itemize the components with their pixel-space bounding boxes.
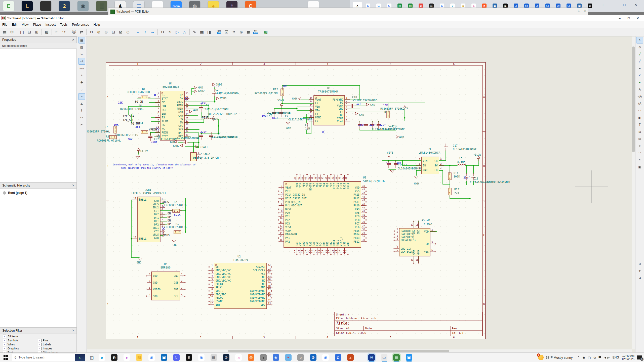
righttool-no-connect[interactable]: ✕ [636, 72, 643, 79]
hierarchy-panel-header[interactable]: Schematic Hierarchy ✕ [0, 182, 77, 189]
toolbar-mirror-v[interactable]: ▷ [174, 29, 181, 35]
righttool-circle-tool[interactable]: ○ [636, 143, 643, 149]
taskbar-app-itunes[interactable]: ♫ [235, 354, 242, 361]
menu-inspect[interactable]: Inspect [43, 22, 58, 27]
toolbar-redo[interactable]: ↷ [61, 29, 67, 35]
taskbar-app-gimp[interactable]: ● [260, 354, 267, 361]
toolbar-simulator[interactable]: ≈ [230, 29, 237, 35]
lefttool-cursor-default[interactable]: + [78, 72, 85, 79]
menu-view[interactable]: View [20, 22, 31, 27]
selection-filter-header[interactable]: Selection Filter ✕ [0, 327, 77, 334]
toolbar-rotate-ccw[interactable]: ↺ [159, 29, 166, 35]
righttool-textbox-tool[interactable]: ⊞ [636, 128, 643, 135]
toolbar-zoom-fit[interactable]: ⊡ [110, 29, 117, 35]
lefttool-grid-overrides[interactable]: ▨ [78, 44, 85, 51]
vertical-scrollbar[interactable] [632, 36, 635, 349]
toolbar-save[interactable]: ▤ [1, 29, 8, 35]
taskbar-app-c-app[interactable]: C [335, 354, 341, 361]
app-globe[interactable]: ◉ [77, 1, 89, 11]
righttool-origin-tool[interactable]: ◄ [636, 275, 643, 281]
toolbar-edit-page[interactable]: ◫ [19, 29, 25, 35]
maximize-button[interactable]: □ [624, 15, 633, 21]
pcb-window-control-2[interactable]: ✕ [584, 9, 586, 13]
window-titlebar[interactable]: *hcbboard [hcbboard] — Schematic Editor [0, 15, 644, 22]
lefttool-cursor-fullscreen[interactable]: ✚ [78, 79, 85, 86]
toolbar-nav-back[interactable]: ← [135, 29, 141, 35]
filter-checkbox-labels[interactable]: ✓Labels [38, 343, 73, 346]
pcb-window-control-0[interactable]: – [573, 9, 575, 13]
menu-edit[interactable]: Edit [10, 22, 20, 27]
pcb-editor-window-titlebar[interactable]: *hcbboard — PCB Editor –□✕ [108, 8, 588, 15]
toolbar-erc[interactable]: ☑ [223, 29, 230, 35]
righttool-arc-tool[interactable]: ◠ [636, 150, 643, 156]
taskbar-app-diamond[interactable]: ◈ [273, 354, 279, 361]
menu-file[interactable]: File [0, 22, 10, 27]
app-league[interactable]: L [22, 1, 33, 11]
taskbar-app-matlab[interactable]: ▲ [347, 354, 354, 361]
taskbar-app-chrome-3[interactable]: ◉ [322, 354, 329, 361]
toolbar-refresh[interactable]: ↻ [88, 29, 95, 35]
toolbar-paste[interactable]: ▩ [43, 29, 50, 35]
toolbar-open-pcb-editor[interactable]: ▩ [262, 29, 269, 35]
righttool-net-label[interactable]: A [636, 86, 643, 93]
taskbar-app-photos[interactable]: ▣ [406, 354, 412, 361]
taskbar-app-edge[interactable]: e [99, 354, 105, 361]
weather-widget[interactable]: 358°F Mostly sunny [538, 355, 573, 360]
taskbar-app-mouse[interactable]: ○ [297, 354, 304, 361]
taskbar-app-blender[interactable]: ◍ [248, 354, 254, 361]
browser-window-control-1[interactable]: □ [620, 2, 629, 8]
menu-tools[interactable]: Tools [58, 22, 70, 27]
toolbar-export-bom[interactable]: R??.bom [252, 29, 259, 35]
filter-checkbox-all-items[interactable]: ✓All items [3, 335, 38, 338]
lefttool-drag-mode[interactable]: ✂ [78, 121, 85, 128]
filter-checkbox-images[interactable]: ✓Images [38, 347, 73, 350]
schematic-drawing[interactable]: 112233445566AABBCCDDSheet: /File: hcbboa… [87, 36, 635, 352]
toolbar-print[interactable]: ⊟ [26, 29, 33, 35]
app-two[interactable]: 2 [59, 1, 70, 11]
taskbar-app-webclip[interactable]: ✂ [285, 354, 292, 361]
taskbar-app-kicad[interactable]: Ki [368, 354, 375, 361]
minimize-button[interactable]: – [615, 15, 624, 21]
toolbar-symbol-fields-table[interactable]: ▦ [245, 29, 252, 35]
toolbar-zoom-out[interactable]: ⊖ [103, 29, 109, 35]
hierarchy-item-root[interactable]: Root (page 1) [0, 189, 76, 195]
tray-network-icon[interactable]: ▀ [599, 356, 601, 359]
righttool-delete-tool[interactable]: ⊘ [636, 261, 643, 267]
taskbar-app-recorder[interactable]: ▦ [211, 354, 217, 361]
lefttool-unit-mil[interactable]: mil [78, 58, 85, 65]
selection-filter-close-icon[interactable]: ✕ [72, 329, 74, 332]
toolbar-symbol-library[interactable]: ▦ [198, 29, 205, 35]
toolbar-assign-footprints[interactable]: ⊚ [238, 29, 245, 35]
taskbar-app-chrome-1[interactable]: ◉ [148, 354, 155, 361]
tray-record-icon[interactable]: ◉ [582, 356, 585, 359]
start-button[interactable] [3, 354, 9, 361]
toolbar-schematic-setup[interactable]: ⚙ [9, 29, 15, 35]
lefttool-wire-mode-45[interactable]: ∠ [78, 100, 85, 107]
righttool-sheet-pin[interactable]: ◧ [636, 114, 643, 121]
righttool-hier-label[interactable]: ⟨A [636, 100, 643, 107]
filter-checkbox-wires[interactable]: ✓Wires [3, 343, 38, 346]
horizontal-scrollbar[interactable] [87, 349, 632, 352]
righttool-rectangle-tool[interactable]: ▭ [636, 135, 643, 142]
lefttool-unit-mm[interactable]: mm [78, 65, 85, 72]
filter-checkbox-symbols[interactable]: ✓Symbols [3, 339, 38, 342]
righttool-measure-tool[interactable]: ✚ [636, 268, 643, 274]
taskbar-app-circles[interactable]: ⊙ [310, 354, 316, 361]
toolbar-rotate-cw[interactable]: ↻ [167, 29, 173, 35]
app-e[interactable]: E [3, 1, 14, 11]
schematic-symbol-U5[interactable]: U5LMR51430XDDCR3VIN5EN1GND6CB2SW4FB [416, 148, 444, 174]
toolbar-annotate[interactable]: R??R42 [216, 29, 223, 35]
righttool-bezier-tool[interactable]: ≈ [636, 157, 643, 163]
righttool-junction-tool[interactable]: ● [636, 79, 643, 86]
tray-volume-icon[interactable]: ◄⧐ [603, 356, 610, 359]
taskbar-app-chrome-2[interactable]: ◉ [198, 354, 205, 361]
lefttool-unit-in[interactable]: in [78, 51, 85, 58]
task-view-button[interactable]: ◫ [89, 354, 95, 361]
righttool-wire-tool[interactable]: ╱ [636, 51, 643, 58]
tray-no-internet-icon[interactable]: ⊘ [593, 356, 596, 359]
toolbar-find-replace[interactable]: ⇄ [78, 29, 85, 35]
tray-clock[interactable]: 10:49 AM12/3/2025 [622, 354, 634, 361]
righttool-global-label[interactable]: ◁A [636, 93, 643, 100]
toolbar-find[interactable]: Ⓐ [71, 29, 77, 35]
search-highlight-image[interactable]: ▲ [75, 354, 85, 361]
